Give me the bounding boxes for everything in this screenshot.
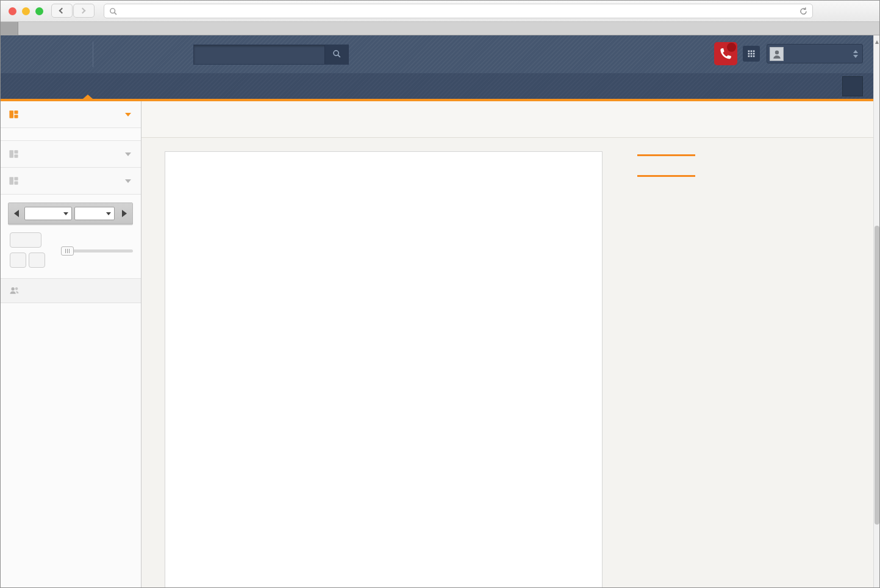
person-icon	[771, 49, 782, 60]
keyword-search	[193, 45, 349, 65]
search-icon	[109, 7, 118, 16]
phone-badge	[727, 43, 736, 52]
search-button[interactable]	[324, 45, 348, 64]
zoom-window-button[interactable]	[35, 7, 43, 15]
sidebar-section-waiting-room[interactable]	[0, 101, 141, 128]
apps-grid-button[interactable]	[743, 46, 760, 62]
main-content	[141, 101, 880, 588]
new-tab-button[interactable]	[863, 22, 876, 35]
next-day-button[interactable]	[29, 253, 45, 268]
search-icon	[332, 49, 342, 59]
panel-icon	[9, 149, 19, 159]
scroll-up-icon[interactable]	[875, 40, 879, 44]
header-underline	[637, 154, 695, 156]
sort-arrows-icon	[853, 50, 858, 58]
panel-icon	[9, 176, 19, 186]
user-menu[interactable]	[767, 44, 863, 63]
chevron-down-icon	[125, 152, 131, 156]
phone-button[interactable]	[714, 42, 737, 65]
scheduler-grid	[165, 151, 603, 588]
slider-track[interactable]	[61, 249, 133, 253]
today-button[interactable]	[10, 232, 41, 248]
search-input[interactable]	[194, 45, 324, 64]
calendar-controls	[0, 225, 141, 279]
main-nav	[0, 73, 880, 99]
displaying-doctors-header	[0, 279, 141, 303]
caret-down-icon	[63, 212, 68, 215]
month-select[interactable]	[24, 207, 72, 220]
page-scrollbar[interactable]	[873, 35, 880, 588]
active-tab-caret-icon	[83, 95, 93, 99]
browser-tab-strip	[0, 22, 880, 35]
mini-calendar-header	[9, 203, 132, 224]
browser-tab[interactable]	[0, 22, 18, 35]
avatar	[770, 47, 784, 61]
next-month-icon[interactable]	[122, 210, 127, 217]
prev-day-button[interactable]	[10, 253, 26, 268]
sidebar-section-treatment-room[interactable]	[0, 141, 141, 168]
chevron-down-icon	[125, 179, 131, 183]
minimize-window-button[interactable]	[22, 7, 30, 15]
reload-icon[interactable]	[799, 7, 808, 16]
sidebar	[0, 101, 141, 588]
nav-stats	[842, 76, 863, 96]
logo-divider	[93, 41, 93, 67]
year-select[interactable]	[74, 207, 115, 220]
slider-handle[interactable]	[61, 246, 74, 256]
title-band	[141, 101, 880, 138]
scrollbar-thumb[interactable]	[875, 226, 879, 525]
browser-back-button[interactable]	[51, 4, 73, 18]
days-slider	[61, 248, 133, 253]
panel-icon	[9, 109, 19, 120]
right-panel	[637, 149, 856, 189]
chevron-down-icon	[125, 113, 131, 117]
browser-forward-button[interactable]	[73, 4, 95, 18]
caret-down-icon	[106, 212, 111, 215]
browser-chrome	[0, 0, 880, 22]
app-header	[0, 35, 880, 73]
address-bar[interactable]	[104, 4, 813, 18]
sidebar-section-todays-overview[interactable]	[0, 168, 141, 195]
prev-month-icon[interactable]	[14, 210, 19, 217]
mini-calendar	[8, 203, 133, 225]
close-window-button[interactable]	[9, 7, 16, 15]
grid-icon	[747, 49, 756, 58]
nav-accent-bar	[0, 99, 880, 101]
header-underline	[637, 175, 695, 177]
people-icon	[9, 285, 20, 296]
